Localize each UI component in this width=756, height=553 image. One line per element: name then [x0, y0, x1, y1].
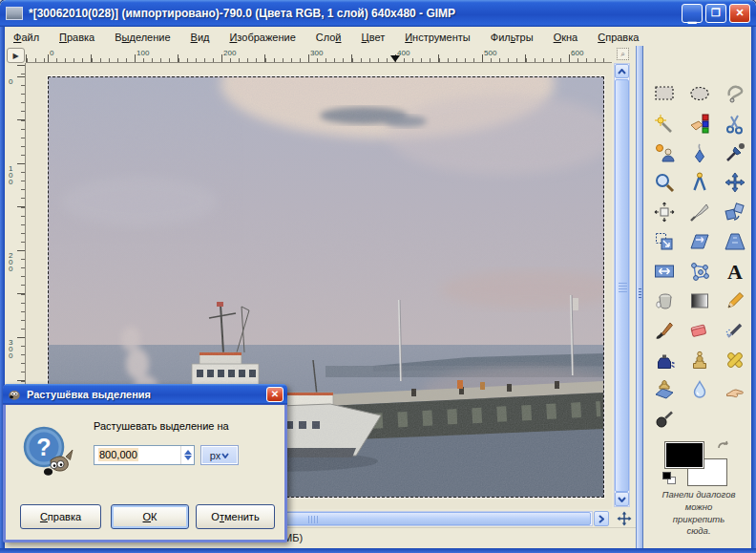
heal-tool-button[interactable] — [721, 347, 749, 373]
zoom-icon — [653, 171, 676, 194]
text-icon: A — [724, 260, 746, 283]
bucket-fill-tool-button[interactable] — [650, 287, 679, 314]
default-colors-icon[interactable] — [662, 472, 678, 487]
ruler-left-label-0: 0 — [9, 78, 12, 85]
ruler-left-label-100: 1 0 0 — [9, 165, 12, 185]
dodge-burn-icon — [653, 408, 676, 431]
measure-tool-button[interactable] — [685, 169, 714, 196]
ruler-top-label-400: 400 — [397, 49, 410, 57]
cage-transform-tool-button[interactable] — [685, 258, 714, 285]
rectangle-select-tool-button[interactable] — [650, 80, 679, 107]
scroll-right-button[interactable] — [594, 511, 609, 526]
rotate-tool-button[interactable] — [721, 199, 749, 225]
paths-icon — [688, 141, 711, 164]
menu-item-вид[interactable]: Вид — [188, 30, 213, 45]
free-select-tool-button[interactable] — [721, 80, 749, 107]
scroll-down-button[interactable] — [615, 492, 629, 506]
dialog-button-row: Справка ОК Отменить — [6, 504, 284, 531]
ruler-top-label-600: 600 — [571, 49, 583, 57]
ok-button[interactable]: ОК — [111, 504, 189, 529]
perspective-clone-tool-button[interactable] — [650, 376, 679, 403]
text-tool-button[interactable]: A — [721, 258, 749, 285]
ruler-left-label-300: 3 0 0 — [9, 339, 12, 359]
toolbox-panel: A Панели диалогов можно прикрепить сюда. — [643, 46, 752, 548]
ellipse-select-tool-button[interactable] — [685, 80, 714, 107]
navigation-cross-icon[interactable] — [614, 509, 635, 528]
crop-tool-button[interactable] — [685, 199, 714, 225]
pencil-tool-button[interactable] — [721, 287, 749, 314]
blur-sharpen-icon — [688, 378, 711, 401]
help-button[interactable]: Справка — [20, 504, 101, 529]
menu-item-изображение[interactable]: Изображение — [226, 30, 298, 45]
vertical-scrollbar[interactable] — [614, 63, 630, 507]
cancel-button[interactable]: Отменить — [196, 504, 275, 529]
scissors-select-tool-button[interactable] — [721, 110, 749, 137]
menu-item-справка[interactable]: Справка — [595, 30, 641, 45]
swap-colors-icon[interactable] — [716, 439, 731, 453]
dialog-close-icon[interactable]: ✕ — [266, 387, 284, 402]
scroll-up-button[interactable] — [615, 64, 629, 78]
titlebar[interactable]: *[30062010(028)] (импортировано)-790.0 (… — [0, 0, 756, 27]
smudge-tool-button[interactable] — [721, 376, 749, 403]
paths-tool-button[interactable] — [685, 139, 714, 166]
menu-item-слой[interactable]: Слой — [313, 30, 345, 45]
perspective-tool-button[interactable] — [721, 228, 749, 255]
fuzzy-select-tool-button[interactable] — [650, 110, 679, 137]
menu-item-цвет[interactable]: Цвет — [359, 30, 388, 45]
dialog-title: Растушёвка выделения — [27, 389, 266, 400]
scale-tool-button[interactable] — [650, 228, 679, 255]
maximize-button[interactable]: ❐ — [705, 4, 726, 23]
bucket-fill-icon — [653, 289, 676, 312]
select-by-color-tool-button[interactable] — [685, 110, 714, 137]
free-select-icon — [724, 82, 746, 105]
clone-tool-button[interactable] — [685, 347, 714, 373]
menu-item-файл[interactable]: Файл — [10, 30, 42, 45]
foreground-color-swatch[interactable] — [664, 441, 704, 469]
close-button[interactable]: ✕ — [729, 4, 750, 23]
foreground-select-tool-button[interactable] — [650, 139, 679, 166]
menu-item-фильтры[interactable]: Фильтры — [488, 30, 536, 45]
unit-dropdown[interactable]: px — [200, 445, 239, 465]
shear-tool-button[interactable] — [685, 228, 714, 255]
vertical-scroll-thumb[interactable] — [615, 79, 629, 492]
feather-amount-value[interactable]: 800,000 — [94, 446, 180, 464]
perspective-icon — [724, 230, 746, 253]
select-by-color-icon — [688, 112, 711, 135]
window-border-bottom — [0, 548, 756, 553]
gradient-tool-button[interactable] — [685, 287, 714, 314]
menu-item-выделение[interactable]: Выделение — [112, 30, 173, 45]
eraser-tool-button[interactable] — [685, 317, 714, 344]
feather-amount-field[interactable]: 800,000 — [94, 445, 195, 465]
move-tool-button[interactable] — [721, 169, 749, 196]
perspective-clone-icon — [653, 378, 676, 401]
zoom-tool-button[interactable] — [650, 169, 679, 196]
spinner-buttons[interactable] — [180, 446, 194, 464]
svg-text:?: ? — [36, 434, 51, 460]
zoom-follow-window-icon[interactable]: ⌕ — [617, 48, 629, 60]
color-picker-tool-button[interactable] — [721, 139, 749, 166]
spin-down-icon — [184, 456, 192, 460]
dodge-burn-tool-button[interactable] — [650, 406, 679, 433]
unit-value: px — [210, 450, 221, 461]
airbrush-tool-button[interactable] — [721, 317, 749, 344]
feather-selection-dialog[interactable]: Растушёвка выделения ✕ ? Растушевать выд… — [3, 384, 287, 542]
tool-grid: A — [650, 80, 756, 436]
alignment-tool-button[interactable] — [650, 199, 679, 225]
menu-item-окна[interactable]: Окна — [551, 30, 581, 45]
flip-tool-button[interactable] — [650, 258, 679, 285]
minimize-button[interactable]: ▁ — [682, 4, 703, 23]
menu-item-инструменты[interactable]: Инструменты — [402, 30, 473, 45]
paintbrush-tool-button[interactable] — [650, 317, 679, 344]
dock-hint-text: Панели диалогов можно прикрепить сюда. — [661, 489, 737, 538]
fuzzy-select-icon — [653, 112, 676, 135]
pane-divider[interactable] — [636, 46, 643, 548]
paintbrush-icon — [653, 319, 676, 342]
dialog-titlebar[interactable]: Растушёвка выделения ✕ — [3, 384, 287, 405]
menu-item-правка[interactable]: Правка — [56, 30, 97, 45]
eraser-icon — [688, 319, 711, 342]
ink-tool-button[interactable] — [650, 347, 679, 373]
color-selector — [662, 436, 739, 491]
blur-sharpen-tool-button[interactable] — [685, 376, 714, 403]
horizontal-ruler[interactable]: 0100200300400500600 — [26, 48, 612, 63]
ruler-origin-button[interactable]: ▶ — [7, 48, 25, 63]
